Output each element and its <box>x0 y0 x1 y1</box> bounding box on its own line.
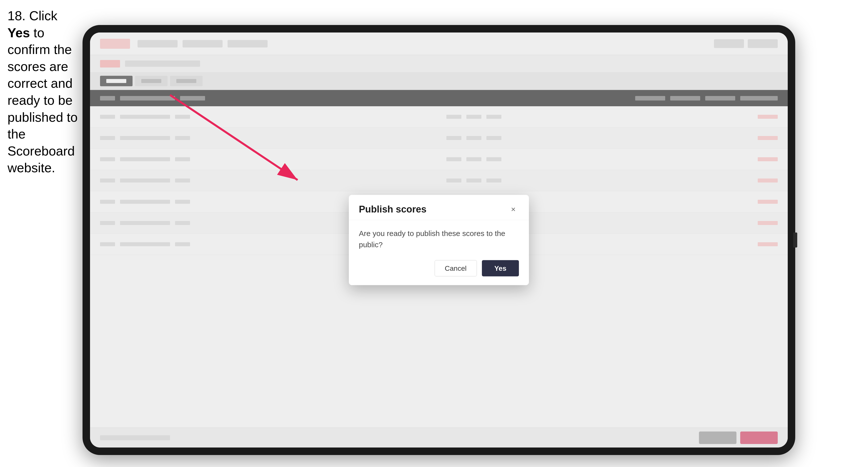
modal-message: Are you ready to publish these scores to… <box>359 228 519 250</box>
instruction-prefix: Click <box>29 8 58 23</box>
instruction-suffix: to confirm the scores are correct and re… <box>7 26 78 175</box>
tablet-device: Publish scores × Are you ready to publis… <box>83 25 795 455</box>
cancel-button[interactable]: Cancel <box>435 260 477 277</box>
modal-close-button[interactable]: × <box>508 204 519 215</box>
step-number: 18. <box>7 8 26 23</box>
publish-scores-modal: Publish scores × Are you ready to publis… <box>349 195 529 285</box>
instruction-bold: Yes <box>7 26 30 40</box>
yes-button[interactable]: Yes <box>482 260 519 277</box>
tablet-screen: Publish scores × Are you ready to publis… <box>90 32 788 447</box>
tablet-power-button <box>793 232 797 248</box>
tablet-outer: Publish scores × Are you ready to publis… <box>83 25 795 455</box>
instruction-text: 18. Click Yes to confirm the scores are … <box>7 7 83 177</box>
modal-header: Publish scores × <box>349 195 529 220</box>
modal-body: Are you ready to publish these scores to… <box>349 220 529 255</box>
modal-footer: Cancel Yes <box>349 255 529 285</box>
modal-title: Publish scores <box>359 204 426 215</box>
